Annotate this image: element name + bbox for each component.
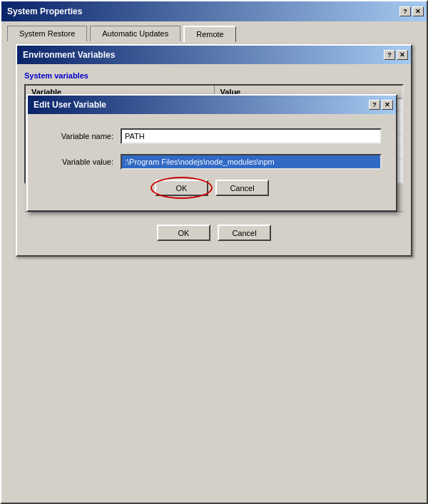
edit-dialog-title-bar: Edit User Variable ? ✕ (28, 96, 396, 114)
env-dialog-title-bar: Environment Variables ? ✕ (17, 46, 411, 64)
edit-dialog-content: Variable name: Variable value: OK Cancel (28, 114, 396, 210)
variable-value-label: Variable value: (42, 158, 121, 166)
edit-user-variable-dialog: Edit User Variable ? ✕ Variable name: Va… (26, 94, 397, 212)
tab-automatic-updates[interactable]: Automatic Updates (90, 26, 180, 41)
env-dialog-title-buttons: ? ✕ (384, 50, 408, 60)
edit-cancel-button[interactable]: Cancel (215, 180, 269, 196)
variable-value-input[interactable] (121, 154, 382, 170)
env-dialog-title: Environment Variables (23, 50, 115, 60)
variable-value-row: Variable value: (42, 154, 382, 170)
system-properties-help-button[interactable]: ? (399, 6, 411, 16)
tab-system-restore[interactable]: System Restore (7, 26, 87, 41)
system-properties-close-button[interactable]: ✕ (412, 6, 424, 16)
variable-name-input[interactable] (121, 128, 382, 144)
system-vars-section-label: System variables (24, 71, 404, 80)
system-properties-window: System Properties ? ✕ System Restore Aut… (0, 0, 428, 504)
edit-dialog-close-button[interactable]: ✕ (382, 100, 393, 110)
tabs-bar: System Restore Automatic Updates Remote (1, 21, 427, 41)
separator (24, 212, 404, 213)
env-dialog-close-button[interactable]: ✕ (397, 50, 408, 60)
system-properties-title-bar: System Properties ? ✕ (1, 1, 427, 21)
system-properties-title: System Properties (7, 6, 82, 16)
edit-dialog-help-button[interactable]: ? (369, 100, 380, 110)
variable-name-label: Variable name: (42, 132, 121, 140)
env-dialog-help-button[interactable]: ? (384, 50, 395, 60)
tab-remote[interactable]: Remote (183, 26, 236, 42)
edit-dialog-title-buttons: ? ✕ (369, 100, 393, 110)
edit-dialog-buttons: OK Cancel (42, 180, 382, 196)
edit-dialog-title: Edit User Variable (34, 100, 106, 110)
edit-ok-button[interactable]: OK (155, 180, 208, 196)
env-cancel-button[interactable]: Cancel (218, 225, 271, 241)
env-ok-cancel-buttons: OK Cancel (24, 217, 404, 248)
system-properties-title-buttons: ? ✕ (399, 6, 424, 16)
variable-name-row: Variable name: (42, 128, 382, 144)
env-ok-button[interactable]: OK (157, 225, 210, 241)
